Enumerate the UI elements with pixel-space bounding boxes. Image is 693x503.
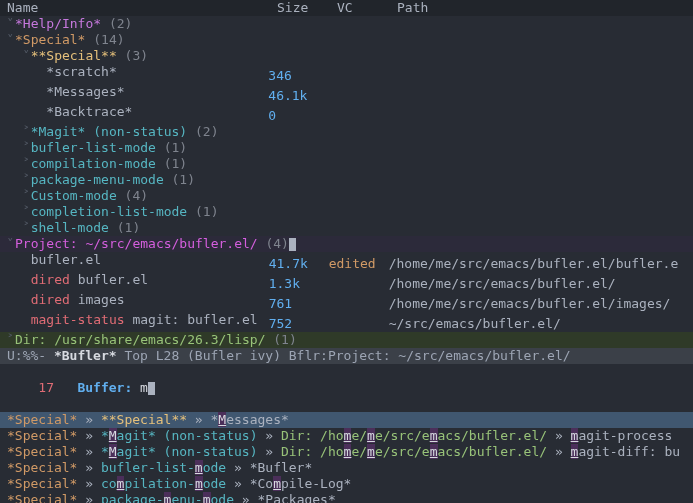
tree-row[interactable]: ˃shell-mode (1) [0,220,693,236]
tree-row[interactable]: *Messages*46.1k [0,84,693,104]
tree-row[interactable]: bufler.el41.7kedited/home/me/src/emacs/b… [0,252,693,272]
tree-row[interactable]: dired bufler.el1.3k/home/me/src/emacs/bu… [0,272,693,292]
minibuffer[interactable]: 17 Buffer: m *Special* » **Special** » *… [0,364,693,503]
column-header: Name Size VC Path [0,0,693,16]
candidate[interactable]: *Special* » *Magit* (non-status) » Dir: … [0,428,693,444]
prompt-row: 17 Buffer: m [0,364,693,412]
modeline: U:%%- *Bufler* Top L28 (Bufler ivy) Bflr… [0,348,693,364]
candidates[interactable]: *Special* » **Special** » *Messages**Spe… [0,412,693,503]
tree-row[interactable]: *scratch*346 [0,64,693,84]
tree-row[interactable]: ˃package-menu-mode (1) [0,172,693,188]
tree-row[interactable]: dired images761/home/me/src/emacs/bufler… [0,292,693,312]
tree-row[interactable]: ˃Custom-mode (4) [0,188,693,204]
tree-row[interactable]: ˃Dir: /usr/share/emacs/26.3/lisp/ (1) [0,332,693,348]
candidate[interactable]: *Special* » **Special** » *Messages* [0,412,693,428]
tree-row[interactable]: ˅**Special** (3) [0,48,693,64]
candidate[interactable]: *Special* » *Magit* (non-status) » Dir: … [0,444,693,460]
tree-row[interactable]: magit-status magit: bufler.el752~/src/em… [0,312,693,332]
tree-row[interactable]: ˅Project: ~/src/emacs/bufler.el/ (4) [0,236,693,252]
prompt-input[interactable]: m [140,380,148,395]
prompt-label: Buffer: [54,380,140,395]
candidate[interactable]: *Special* » bufler-list-mode » *Bufler* [0,460,693,476]
tree-row[interactable]: ˅*Help/Info* (2) [0,16,693,32]
match-count: 17 [38,380,54,395]
tree-row[interactable]: ˃bufler-list-mode (1) [0,140,693,156]
hdr-path: Path [397,0,428,16]
tree-row[interactable]: *Backtrace*0 [0,104,693,124]
hdr-vc: VC [337,0,397,16]
candidate[interactable]: *Special* » compilation-mode » *Compile-… [0,476,693,492]
cursor-icon [148,382,155,395]
hdr-name: Name [7,0,277,16]
hdr-size: Size [277,0,337,16]
tree-row[interactable]: ˅*Special* (14) [0,32,693,48]
tree-row[interactable]: ˃completion-list-mode (1) [0,204,693,220]
tree-row[interactable]: ˃compilation-mode (1) [0,156,693,172]
buffer-tree[interactable]: ˅*Help/Info* (2)˅*Special* (14) ˅**Speci… [0,16,693,348]
candidate[interactable]: *Special* » package-menu-mode » *Package… [0,492,693,503]
tree-row[interactable]: ˃*Magit* (non-status) (2) [0,124,693,140]
